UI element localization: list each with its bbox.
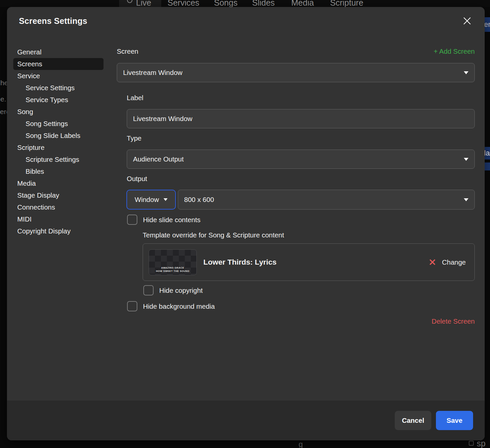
nav-tab-media[interactable]: Media	[291, 0, 314, 7]
sidebar-item-copyright-display[interactable]: Copyright Display	[13, 225, 104, 237]
template-name: Lower Thirds: Lyrics	[203, 258, 276, 267]
screens-settings-panel: Screen + Add Screen Livestream Window La…	[117, 7, 475, 440]
sidebar-item-general[interactable]: General	[13, 46, 104, 58]
nav-tab-services[interactable]: Services	[168, 0, 199, 7]
sidebar-item-song[interactable]: Song	[13, 106, 104, 118]
nav-tab-slides[interactable]: Slides	[252, 0, 275, 7]
template-thumbnail-text: AMAZING GRACE HOW SWEET THE SOUND	[149, 266, 196, 273]
sidebar-item-media[interactable]: Media	[13, 177, 104, 189]
output-mode-value: Window	[135, 196, 159, 204]
sidebar-item-service-types[interactable]: Service Types	[13, 94, 104, 106]
output-mode-select[interactable]: Window	[126, 190, 176, 210]
sidebar-item-service-settings[interactable]: Service Settings	[13, 82, 104, 94]
nav-tab-scripture[interactable]: Scripture	[330, 0, 363, 7]
background-icon-fragment	[469, 441, 474, 446]
sidebar-item-song-settings[interactable]: Song Settings	[13, 118, 104, 130]
output-field-label: Output	[127, 175, 147, 183]
sidebar-item-song-slide-labels[interactable]: Song Slide Labels	[13, 130, 104, 142]
chevron-down-icon	[464, 198, 468, 201]
screen-select[interactable]: Livestream Window	[117, 63, 475, 82]
sidebar-item-stage-display[interactable]: Stage Display	[13, 189, 104, 201]
sidebar-item-connections[interactable]: Connections	[13, 201, 104, 213]
chevron-down-icon	[464, 158, 468, 161]
sidebar-item-midi[interactable]: MIDI	[13, 213, 104, 225]
top-nav: Live Services Songs Slides Media Scriptu…	[0, 0, 490, 7]
nav-tab-songs[interactable]: Songs	[214, 0, 238, 7]
hide-slide-contents-checkbox[interactable]	[127, 215, 137, 225]
type-select-value: Audience Output	[133, 155, 184, 163]
hide-copyright-label: Hide copyright	[159, 287, 203, 294]
hide-background-media-label: Hide background media	[143, 302, 215, 310]
label-input[interactable]	[127, 109, 475, 128]
change-template-label: Change	[442, 258, 466, 266]
sidebar-item-service[interactable]: Service	[13, 70, 104, 82]
type-select[interactable]: Audience Output	[127, 150, 475, 169]
add-screen-button[interactable]: + Add Screen	[434, 47, 475, 55]
hide-background-media-checkbox[interactable]	[127, 301, 137, 311]
chevron-down-icon	[464, 71, 468, 74]
background-text-fragment: e.	[0, 95, 6, 103]
remove-x-icon	[429, 259, 436, 266]
label-field-label: Label	[127, 94, 143, 102]
output-resolution-select[interactable]: 800 x 600	[178, 190, 475, 210]
sidebar-item-screens[interactable]: Screens	[13, 58, 104, 70]
template-thumbnail: AMAZING GRACE HOW SWEET THE SOUND	[149, 249, 197, 275]
dialog-footer: Cancel Save	[7, 401, 485, 440]
background-button-fragment	[484, 162, 490, 170]
background-button-fragment: en	[484, 17, 490, 32]
change-template-button[interactable]: Change	[429, 258, 466, 266]
sidebar-item-scripture[interactable]: Scripture	[13, 142, 104, 154]
hide-slide-contents-label: Hide slide contents	[143, 216, 200, 224]
cancel-button[interactable]: Cancel	[395, 411, 431, 430]
nav-tab-live[interactable]: Live	[136, 0, 151, 7]
sidebar-item-bibles[interactable]: Bibles	[13, 165, 104, 177]
template-override-label: Template override for Song & Scripture c…	[143, 231, 284, 239]
template-override-card: AMAZING GRACE HOW SWEET THE SOUND Lower …	[143, 243, 475, 281]
output-resolution-value: 800 x 600	[184, 196, 214, 204]
background-button-fragment: la	[484, 147, 490, 160]
screen-label: Screen	[117, 47, 138, 55]
screens-settings-dialog: Screens Settings General Screens Service…	[7, 7, 485, 440]
background-text-fragment: g	[299, 440, 303, 448]
screen-select-value: Livestream Window	[123, 69, 182, 77]
settings-sidebar: General Screens Service Service Settings…	[13, 46, 104, 237]
delete-screen-button[interactable]: Delete Screen	[432, 317, 475, 325]
dialog-title: Screens Settings	[19, 16, 87, 26]
sidebar-item-scripture-settings[interactable]: Scripture Settings	[13, 154, 104, 165]
chevron-down-icon	[164, 198, 168, 201]
type-field-label: Type	[127, 134, 141, 142]
hide-copyright-checkbox[interactable]	[143, 285, 154, 295]
app-screen: Live Services Songs Slides Media Scriptu…	[0, 0, 490, 448]
save-button[interactable]: Save	[436, 411, 473, 430]
